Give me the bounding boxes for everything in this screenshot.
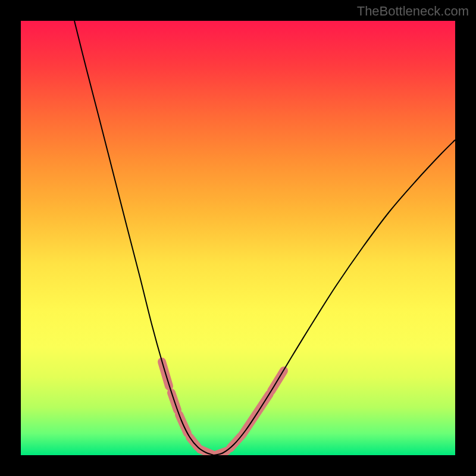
chart-plot-area [21, 21, 455, 455]
chart-svg [21, 21, 455, 455]
curve-right-curve [214, 140, 455, 455]
highlight-layer [162, 362, 284, 455]
curve-left-curve [74, 21, 214, 455]
watermark-text: TheBottleneck.com [357, 4, 469, 19]
curve-layer [74, 21, 455, 455]
